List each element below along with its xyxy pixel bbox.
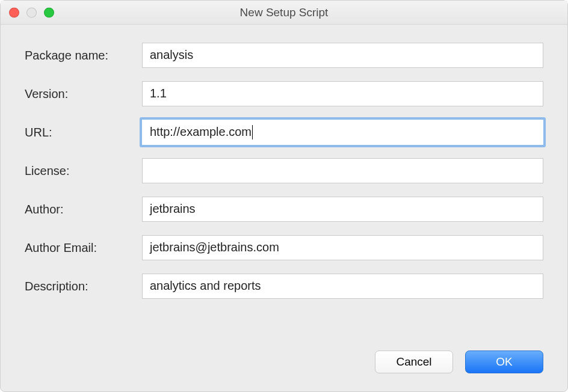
author-email-field-wrap: jetbrains@jetbrains.com (142, 235, 543, 260)
description-field[interactable]: analytics and reports (142, 274, 543, 299)
minimize-icon (26, 7, 37, 17)
dialog-content: Package name: analysis Version: 1.1 URL:… (1, 25, 567, 391)
version-label: Version: (25, 87, 142, 101)
dialog-window: New Setup Script Package name: analysis … (0, 0, 568, 392)
url-label: URL: (25, 126, 142, 139)
titlebar: New Setup Script (1, 1, 567, 25)
button-row: Cancel OK (25, 338, 543, 379)
zoom-icon[interactable] (44, 7, 54, 17)
ok-button[interactable]: OK (465, 351, 543, 373)
package-name-label: Package name: (25, 49, 142, 63)
url-field[interactable]: http://example.com (142, 120, 543, 145)
window-controls (9, 7, 54, 17)
license-field-wrap (142, 158, 543, 183)
license-field[interactable] (142, 158, 543, 183)
author-label: Author: (25, 203, 142, 216)
description-field-wrap: analytics and reports (142, 274, 543, 299)
description-label: Description: (25, 280, 142, 293)
form: Package name: analysis Version: 1.1 URL:… (25, 43, 543, 299)
author-email-label: Author Email: (25, 241, 142, 255)
author-field-wrap: jetbrains (142, 197, 543, 222)
window-title: New Setup Script (1, 6, 567, 19)
package-name-field[interactable]: analysis (142, 43, 543, 68)
author-field[interactable]: jetbrains (142, 197, 543, 222)
close-icon[interactable] (9, 7, 19, 17)
cancel-button[interactable]: Cancel (375, 351, 453, 373)
author-email-field[interactable]: jetbrains@jetbrains.com (142, 235, 543, 260)
package-name-field-wrap: analysis (142, 43, 543, 68)
url-field-wrap: http://example.com (142, 120, 543, 145)
version-field[interactable]: 1.1 (142, 81, 543, 106)
license-label: License: (25, 164, 142, 178)
text-caret (252, 125, 253, 139)
version-field-wrap: 1.1 (142, 81, 543, 106)
